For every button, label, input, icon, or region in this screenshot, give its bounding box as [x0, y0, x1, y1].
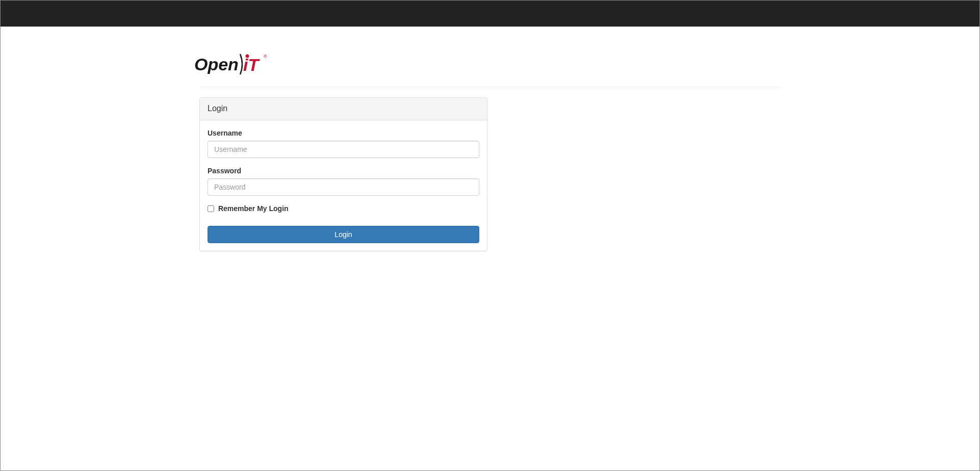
button-row: Login	[208, 226, 479, 243]
openit-logo: Open iT ®	[194, 52, 781, 76]
username-label: Username	[208, 128, 242, 138]
remember-checkbox[interactable]	[208, 205, 214, 212]
remember-wrapper[interactable]: Remember My Login	[208, 204, 289, 213]
logo-wrapper: Open iT ®	[199, 52, 781, 76]
main-container: Open iT ® Login Username Password R	[192, 27, 788, 269]
password-label: Password	[208, 166, 241, 176]
password-group: Password	[208, 166, 479, 196]
username-input[interactable]	[208, 141, 479, 158]
panel-body: Username Password Remember My Login Logi…	[200, 120, 487, 251]
svg-text:Open: Open	[194, 55, 239, 74]
password-input[interactable]	[208, 178, 479, 196]
remember-group: Remember My Login	[208, 203, 479, 214]
login-button[interactable]: Login	[208, 226, 479, 243]
top-navbar	[1, 1, 979, 27]
panel-title: Login	[200, 98, 487, 120]
remember-label: Remember My Login	[218, 204, 289, 213]
header-divider	[199, 87, 781, 87]
svg-text:®: ®	[264, 54, 267, 59]
login-panel: Login Username Password Remember My Logi…	[199, 97, 487, 251]
svg-text:iT: iT	[243, 55, 260, 74]
username-group: Username	[208, 128, 479, 158]
